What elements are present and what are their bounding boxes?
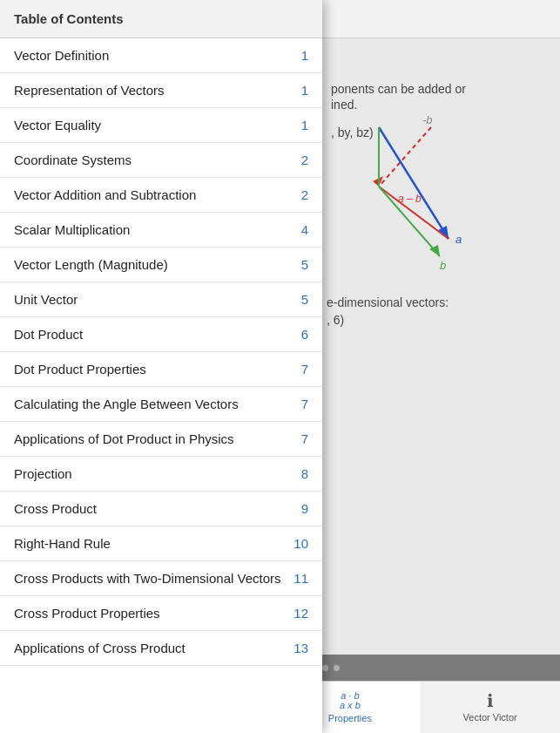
- toc-item-label: Cross Products with Two-Dimensional Vect…: [14, 571, 281, 586]
- toc-item[interactable]: Applications of Dot Product in Physics 7: [0, 422, 322, 457]
- toc-item-page: 1: [287, 118, 308, 132]
- toc-item-page: 2: [287, 153, 308, 167]
- toc-item-label: Projection: [14, 466, 72, 481]
- tab-vector-victor[interactable]: ℹ Vector Victor: [420, 682, 560, 733]
- toc-item[interactable]: Representation of Vectors 1: [0, 73, 322, 108]
- tab-properties-icon-bottom: a x b: [340, 701, 361, 710]
- toc-item[interactable]: Scalar Multiplication 4: [0, 213, 322, 248]
- toc-item-label: Dot Product Properties: [14, 362, 146, 377]
- bg-text-6: e-dimensional vectors:: [327, 295, 449, 309]
- toc-header: Table of Contents: [0, 0, 322, 38]
- toc-item-label: Right-Hand Rule: [14, 536, 111, 551]
- toc-item[interactable]: Vector Definition 1: [0, 38, 322, 73]
- toc-item-page: 7: [287, 431, 308, 446]
- pagination-dot[interactable]: [322, 665, 328, 671]
- toc-item-label: Cross Product: [14, 501, 97, 516]
- toc-item[interactable]: Coordinate Systems 2: [0, 143, 322, 178]
- toc-item-page: 1: [287, 48, 308, 63]
- toc-item[interactable]: Dot Product Properties 7: [0, 352, 322, 387]
- toc-item-page: 2: [287, 187, 308, 202]
- vector-diagram: -b a a – b b: [327, 108, 483, 291]
- toc-item[interactable]: Vector Addition and Subtraction 2: [0, 178, 322, 213]
- toc-item-label: Calculating the Angle Between Vectors: [14, 397, 239, 411]
- toc-item-page: 1: [287, 83, 308, 98]
- toc-item-page: 12: [287, 606, 308, 621]
- tab-properties-label: Properties: [328, 713, 372, 723]
- tab-vector-victor-icon: ℹ: [487, 692, 494, 709]
- svg-line-6: [379, 127, 449, 239]
- toc-item-page: 11: [287, 571, 308, 586]
- toc-item-page: 5: [287, 292, 308, 307]
- toc-item[interactable]: Cross Products with Two-Dimensional Vect…: [0, 561, 322, 596]
- toc-item-label: Scalar Multiplication: [14, 222, 130, 237]
- svg-line-4: [379, 127, 431, 187]
- svg-text:a – b: a – b: [398, 193, 422, 205]
- toc-item[interactable]: Calculating the Angle Between Vectors 7: [0, 387, 322, 422]
- bg-text-1: ponents can be added or: [331, 82, 466, 96]
- toc-item-label: Vector Length (Magnitude): [14, 257, 168, 272]
- toc-item[interactable]: Vector Length (Magnitude) 5: [0, 248, 322, 282]
- toc-item-label: Vector Equality: [14, 118, 101, 132]
- diagram-area: ponents can be added or ined. , by, bz) …: [322, 38, 560, 681]
- toc-item[interactable]: Projection 8: [0, 457, 322, 492]
- pagination-dot[interactable]: [334, 665, 340, 671]
- toc-item-label: Dot Product: [14, 327, 83, 342]
- toc-item-label: Vector Addition and Subtraction: [14, 187, 196, 202]
- toc-list[interactable]: Vector Definition 1 Representation of Ve…: [0, 38, 322, 733]
- toc-panel: Table of Contents Vector Definition 1 Re…: [0, 0, 322, 733]
- svg-text:b: b: [440, 259, 446, 272]
- toc-item-label: Vector Definition: [14, 48, 109, 63]
- toc-item[interactable]: Dot Product 6: [0, 317, 322, 352]
- toc-item-page: 9: [287, 501, 308, 516]
- toc-item-label: Applications of Cross Product: [14, 641, 186, 655]
- toc-item-page: 7: [287, 397, 308, 411]
- toc-item-label: Representation of Vectors: [14, 83, 165, 98]
- toc-item-label: Cross Product Properties: [14, 606, 160, 621]
- toc-item-page: 13: [287, 641, 308, 655]
- toc-item-page: 5: [287, 257, 308, 272]
- svg-text:a: a: [455, 233, 462, 246]
- toc-item[interactable]: Unit Vector 5: [0, 282, 322, 317]
- toc-title: Table of Contents: [14, 11, 124, 26]
- toc-item-page: 8: [287, 466, 308, 481]
- toc-item-page: 6: [287, 327, 308, 342]
- toc-item[interactable]: Vector Equality 1: [0, 108, 322, 143]
- toc-item-page: 7: [287, 362, 308, 377]
- toc-item[interactable]: Right-Hand Rule 10: [0, 526, 322, 561]
- toc-item-label: Unit Vector: [14, 292, 78, 307]
- svg-text:-b: -b: [422, 113, 433, 126]
- toc-item-page: 10: [287, 536, 308, 551]
- tab-vector-victor-label: Vector Victor: [463, 712, 517, 723]
- bg-text-7: , 6): [327, 313, 344, 327]
- toc-item[interactable]: Applications of Cross Product 13: [0, 631, 322, 666]
- toc-item-label: Applications of Dot Product in Physics: [14, 431, 234, 446]
- toc-item[interactable]: Cross Product 9: [0, 492, 322, 526]
- toc-item-label: Coordinate Systems: [14, 153, 132, 167]
- toc-item-page: 4: [287, 222, 308, 237]
- toc-item[interactable]: Cross Product Properties 12: [0, 596, 322, 631]
